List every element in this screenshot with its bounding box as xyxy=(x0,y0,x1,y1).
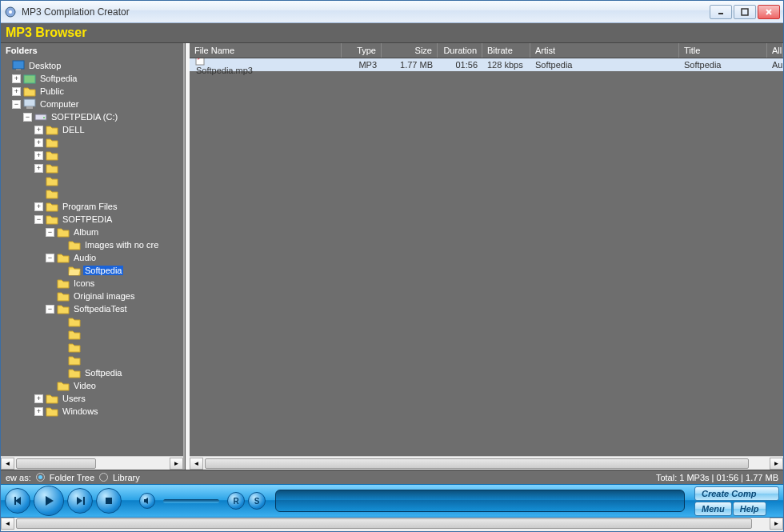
scroll-right-icon[interactable]: ► xyxy=(770,518,783,530)
column-bitrate[interactable]: Bitrate xyxy=(482,43,530,58)
view-as-label: ew as: xyxy=(6,473,31,482)
tree-item[interactable]: Program Files xyxy=(61,202,118,211)
window-scrollbar[interactable]: ◄ ► xyxy=(1,518,783,531)
radio-library[interactable] xyxy=(99,473,108,482)
computer-icon xyxy=(23,98,36,110)
scroll-left-icon[interactable]: ◄ xyxy=(190,458,203,470)
tree-item[interactable]: Audio xyxy=(72,253,98,262)
column-title[interactable]: Title xyxy=(679,43,767,58)
collapse-icon[interactable]: − xyxy=(46,254,54,262)
radio-library-label[interactable]: Library xyxy=(113,473,140,482)
tree-item[interactable]: Icons xyxy=(72,278,96,288)
expand-icon[interactable]: + xyxy=(34,202,43,211)
scroll-right-icon[interactable]: ► xyxy=(170,458,183,470)
tree-computer[interactable]: Computer xyxy=(38,99,80,109)
expand-icon[interactable]: + xyxy=(12,74,21,83)
maximize-button[interactable] xyxy=(734,5,756,19)
scroll-right-icon[interactable]: ► xyxy=(770,458,783,470)
folder-icon xyxy=(57,226,70,238)
tree-item[interactable]: Softpedia xyxy=(38,74,78,83)
volume-button[interactable] xyxy=(139,493,155,509)
folder-tree-panel: Folders Desktop +Softpedia +Public −Comp… xyxy=(1,43,186,470)
svg-rect-7 xyxy=(16,69,21,70)
svg-rect-6 xyxy=(13,61,24,69)
expand-icon[interactable]: + xyxy=(34,151,43,160)
svg-rect-9 xyxy=(24,99,35,106)
scrollbar-thumb[interactable] xyxy=(205,458,749,469)
scroll-left-icon[interactable]: ◄ xyxy=(1,518,14,530)
collapse-icon[interactable]: − xyxy=(34,215,43,224)
create-comp-button[interactable]: Create Comp xyxy=(694,486,779,501)
collapse-icon[interactable]: − xyxy=(46,305,54,314)
help-button[interactable]: Help xyxy=(733,502,766,516)
folder-icon xyxy=(46,137,58,148)
cell-duration: 01:56 xyxy=(438,60,482,70)
file-list[interactable]: Softpedia.mp3 MP3 1.77 MB 01:56 128 kbps… xyxy=(190,58,783,456)
cell-type: MP3 xyxy=(342,60,382,70)
tree-item[interactable]: Video xyxy=(72,381,98,390)
radio-folder-tree[interactable] xyxy=(36,473,45,482)
tree-item[interactable]: Windows xyxy=(61,406,100,416)
repeat-button[interactable]: R xyxy=(227,492,245,510)
tree-item[interactable]: SOFTPEDIA xyxy=(61,214,114,224)
collapse-icon[interactable]: − xyxy=(23,113,32,122)
list-item[interactable]: Softpedia.mp3 MP3 1.77 MB 01:56 128 kbps… xyxy=(190,58,783,71)
volume-slider[interactable] xyxy=(163,499,219,503)
tree-item-selected[interactable]: Softpedia xyxy=(83,266,123,275)
tree-item[interactable]: Public xyxy=(38,86,66,96)
minimize-button[interactable] xyxy=(710,5,732,19)
svg-rect-11 xyxy=(35,114,46,120)
player-bar: R S Create Comp Menu Help xyxy=(1,484,783,518)
list-scrollbar[interactable]: ◄ ► xyxy=(190,456,783,470)
folders-header: Folders xyxy=(1,43,183,58)
expand-icon[interactable]: + xyxy=(34,394,43,403)
scroll-left-icon[interactable]: ◄ xyxy=(1,458,14,470)
shuffle-button[interactable]: S xyxy=(248,492,266,510)
folder-open-icon xyxy=(68,265,81,276)
expand-icon[interactable]: + xyxy=(34,164,43,173)
tree-item[interactable]: Album xyxy=(72,227,100,237)
column-type[interactable]: Type xyxy=(342,43,382,58)
folder-icon xyxy=(46,393,58,404)
tree-item[interactable]: Softpedia xyxy=(83,368,123,378)
column-size[interactable]: Size xyxy=(382,43,438,58)
scrollbar-thumb[interactable] xyxy=(16,458,96,469)
expand-icon[interactable]: + xyxy=(34,126,43,134)
play-button[interactable] xyxy=(34,486,64,516)
folder-icon xyxy=(68,342,81,353)
tree-item[interactable]: Users xyxy=(61,394,87,403)
radio-folder-tree-label[interactable]: Folder Tree xyxy=(50,473,94,482)
expand-icon[interactable]: + xyxy=(34,138,43,147)
svg-rect-10 xyxy=(26,106,33,109)
tree-item[interactable]: DELL xyxy=(61,125,86,134)
tree-item[interactable]: SoftpediaTest xyxy=(72,304,129,314)
column-artist[interactable]: Artist xyxy=(530,43,679,58)
expand-icon[interactable]: + xyxy=(34,407,43,416)
menu-button[interactable]: Menu xyxy=(694,502,732,516)
folder-icon xyxy=(46,162,58,174)
svg-rect-3 xyxy=(742,9,748,15)
collapse-icon[interactable]: − xyxy=(46,228,54,237)
browser-title: MP3 Browser xyxy=(1,23,783,42)
prev-button[interactable] xyxy=(5,488,30,514)
tree-drive[interactable]: SOFTPEDIA (C:) xyxy=(50,112,119,122)
folder-tree[interactable]: Desktop +Softpedia +Public −Computer −SO… xyxy=(1,58,183,456)
player-display xyxy=(275,490,685,512)
stop-button[interactable] xyxy=(96,488,122,514)
tree-item[interactable]: Original images xyxy=(72,291,136,301)
tree-scrollbar[interactable]: ◄ ► xyxy=(1,456,183,470)
next-button[interactable] xyxy=(67,488,93,514)
expand-icon[interactable]: + xyxy=(12,87,21,96)
cell-bitrate: 128 kbps xyxy=(482,60,530,70)
close-button[interactable] xyxy=(758,5,780,19)
column-filename[interactable]: File Name xyxy=(190,43,342,58)
tree-item[interactable]: Images with no cre xyxy=(83,240,160,250)
scrollbar-thumb[interactable] xyxy=(16,518,752,529)
tree-desktop[interactable]: Desktop xyxy=(27,61,62,70)
column-duration[interactable]: Duration xyxy=(438,43,482,58)
folder-icon xyxy=(57,290,70,302)
cell-title: Softpedia xyxy=(679,60,767,70)
titlebar[interactable]: MP3 Compilation Creator xyxy=(1,1,783,23)
column-all[interactable]: All xyxy=(767,43,783,58)
collapse-icon[interactable]: − xyxy=(12,100,21,109)
